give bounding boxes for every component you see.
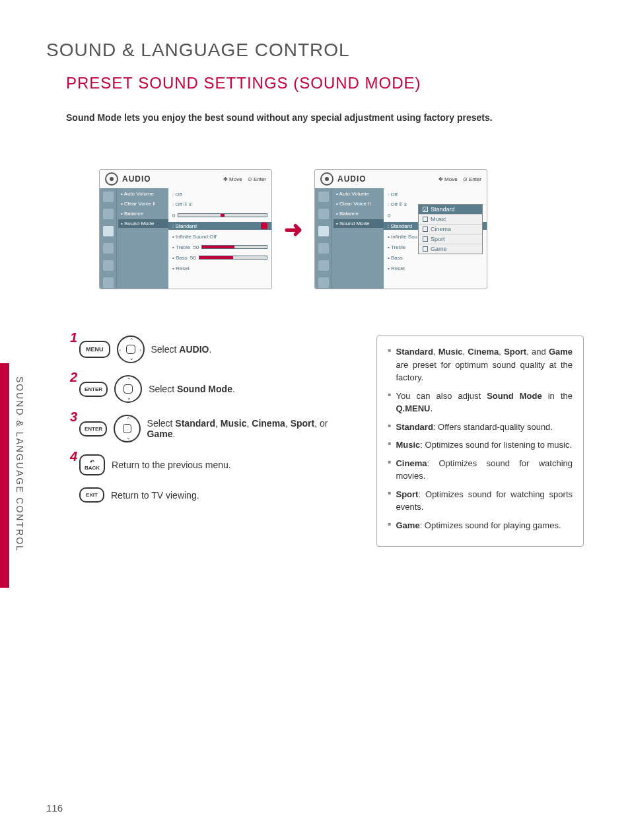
check-icon: ✓ [423, 207, 428, 212]
osd-label: • Auto Volume [336, 191, 381, 197]
osd-sub: • Infinite Sou [388, 234, 417, 240]
osd-val: 50 [190, 255, 196, 261]
hint-move: Move [229, 176, 242, 182]
osd-val-highlight: : Standard [172, 223, 197, 229]
dropdown-option: Game [419, 244, 482, 254]
remote-dpad-icon: ⌃⌄ [114, 375, 142, 403]
audio-icon [105, 172, 118, 186]
osd-cat-icon [102, 277, 114, 289]
hint-enter: Enter [469, 176, 481, 182]
steps-column: 1 MENU ⌃⌄‹› Select AUDIO. 2 ENTER ⌃⌄ Sel… [79, 335, 350, 547]
osd-cat-icon [102, 242, 114, 254]
osd-val-highlight: : Standard [388, 223, 412, 229]
osd-header: AUDIO ✥ Move ⊙ Enter [100, 170, 271, 188]
balance-bar [178, 213, 267, 217]
bass-bar [199, 256, 267, 260]
hint-move: Move [444, 176, 458, 182]
step-number: 2 [70, 370, 77, 385]
osd-cat-icon-active [318, 225, 330, 237]
osd-val: : Off [388, 192, 398, 197]
osd-label: • Auto Volume [121, 191, 166, 197]
checkbox-icon [423, 217, 428, 222]
osd-hints: ✥ Move ⊙ Enter [438, 176, 481, 182]
osd-label-column: • Auto Volume • Clear Voice II • Balance… [117, 188, 168, 289]
remote-enter-button: ENTER [79, 421, 107, 437]
step-number: 4 [70, 449, 77, 464]
osd-val: : Off ꔖ 3 [172, 201, 192, 208]
remote-menu-button: MENU [79, 341, 110, 358]
osd-sub: • Bass [388, 255, 403, 261]
info-item: Standard: Offers standard-quality sound. [388, 421, 573, 434]
osd-label-highlight: • Sound Mode [333, 219, 384, 228]
checkbox-icon [423, 246, 428, 252]
osd-cat-icon [102, 208, 114, 220]
dropdown-option: Music [419, 215, 482, 225]
osd-val: 50 [193, 244, 199, 250]
osd-label: • Clear Voice II [336, 201, 381, 207]
remote-dpad-icon: ⌃⌄‹› [117, 335, 145, 363]
step-3: 3 ENTER ⌃⌄ Select Standard, Music, Cinem… [79, 415, 350, 442]
dropdown-option: Cinema [419, 225, 482, 234]
osd-cat-icon [318, 242, 330, 254]
osd-cat-icon-active [102, 225, 114, 237]
info-item: You can also adjust Sound Mode in the Q.… [388, 390, 573, 415]
checkbox-icon [423, 236, 428, 242]
osd-title: AUDIO [122, 174, 151, 184]
info-box: Standard, Music, Cinema, Sport, and Game… [376, 335, 584, 547]
osd-cat-icon [318, 191, 330, 203]
osd-val: 0 [388, 213, 390, 219]
osd-sub: • Treble [172, 244, 190, 250]
osd-value-column: : Off : Off ꔖ 3 0 : Standard • Infinite … [168, 188, 271, 289]
osd-sub: • Reset [172, 265, 190, 271]
page-topic-title: PRESET SOUND SETTINGS (SOUND MODE) [66, 74, 584, 92]
step-5: EXIT Return to TV viewing. [79, 487, 350, 503]
step-4: 4 ↶BACK Return to the previous menu. [79, 454, 350, 475]
intro-text: Sound Mode lets you enjoy the best sound… [66, 112, 584, 123]
osd-label-column: • Auto Volume • Clear Voice II • Balance… [332, 188, 384, 289]
remote-dpad-icon: ⌃⌄ [114, 415, 141, 442]
step-1: 1 MENU ⌃⌄‹› Select AUDIO. [79, 335, 350, 363]
dropdown-option-selected: ✓Standard [419, 205, 482, 215]
osd-cat-icon [102, 260, 114, 271]
step-text: Return to TV viewing. [111, 490, 199, 501]
info-item: Music: Optimizes sound for listening to … [388, 438, 573, 452]
osd-label-highlight: • Sound Mode [118, 219, 168, 228]
osd-sub: • Infinite Sound:Off [172, 234, 217, 240]
osd-val: 0 [172, 213, 175, 219]
osd-panel-before: AUDIO ✥ Move ⊙ Enter • Auto Volume [99, 169, 272, 289]
step-number: 3 [70, 409, 77, 425]
page-section-title: SOUND & LANGUAGE CONTROL [46, 40, 584, 61]
osd-sub: • Treble [388, 244, 405, 250]
info-item: Sport: Optimizes sound for watching spor… [388, 488, 573, 514]
osd-cat-icon [318, 208, 330, 220]
info-item: Cinema: Optimizes sound for watching mov… [388, 457, 573, 483]
checkbox-icon [423, 227, 428, 232]
step-text: Select AUDIO. [151, 344, 212, 355]
osd-label: • Clear Voice II [121, 201, 166, 207]
osd-sub: • Reset [388, 265, 405, 271]
step-2: 2 ENTER ⌃⌄ Select Sound Mode. [79, 375, 350, 403]
osd-panel-after: AUDIO ✥ Move ⊙ Enter • Auto Volume [314, 169, 487, 289]
step-text: Select Sound Mode. [149, 384, 235, 394]
osd-label: • Balance [336, 211, 381, 217]
page-number: 116 [46, 802, 63, 814]
remote-back-button: ↶BACK [79, 454, 105, 475]
arrow-icon: ➜ [284, 216, 302, 242]
osd-val: : Off ꔖ 3 [388, 201, 407, 208]
osd-sub: • Bass [172, 255, 188, 261]
osd-category-icons [315, 188, 332, 289]
osd-cat-icon [318, 277, 330, 289]
step-text: Select Standard, Music, Cinema, Sport, o… [147, 418, 351, 439]
sound-mode-dropdown: ✓Standard Music Cinema Sport Game [418, 204, 483, 254]
remote-enter-button: ENTER [79, 382, 108, 397]
osd-illustration-area: AUDIO ✥ Move ⊙ Enter • Auto Volume [99, 169, 584, 289]
spinner-icon [261, 223, 267, 229]
step-text: Return to the previous menu. [112, 460, 231, 470]
info-item: Game: Optimizes sound for playing games. [388, 519, 573, 532]
osd-header: AUDIO ✥ Move ⊙ Enter [315, 170, 487, 188]
osd-cat-icon [318, 260, 330, 271]
osd-label: • Balance [121, 211, 166, 217]
audio-icon [320, 172, 333, 186]
treble-bar [201, 245, 267, 249]
step-number: 1 [70, 330, 77, 345]
